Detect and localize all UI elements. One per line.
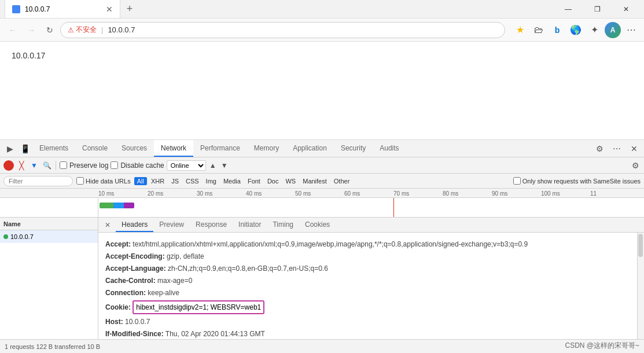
tab-elements[interactable]: Elements	[32, 140, 75, 157]
watermark: CSDN @这样的宋哥哥~	[565, 341, 639, 351]
filter-btn-other[interactable]: Other	[331, 177, 353, 185]
header-row-if-modified-since: If-Modified-Since: Thu, 02 Apr 2020 01:4…	[105, 329, 630, 339]
minimize-button[interactable]: —	[555, 0, 582, 19]
tab-sources[interactable]: Sources	[115, 140, 154, 157]
filter-btn-font[interactable]: Font	[245, 177, 263, 185]
samesite-checkbox[interactable]	[513, 177, 521, 185]
detail-tab-timing[interactable]: Timing	[267, 218, 299, 232]
clear-button[interactable]: ╳	[16, 160, 27, 171]
ruler-label-90ms: 90 ms	[492, 190, 507, 197]
request-list-header: Name	[0, 218, 98, 230]
settings-icon[interactable]: ⚙	[630, 160, 641, 171]
filter-btn-media[interactable]: Media	[220, 177, 244, 185]
filter-btn-css[interactable]: CSS	[183, 177, 202, 185]
timeline-waterfall-bar	[100, 203, 134, 208]
new-tab-button[interactable]: +	[120, 0, 139, 18]
samesite-label: Only show requests with SameSite issues	[522, 178, 641, 185]
detail-close-button[interactable]: ✕	[102, 219, 113, 231]
timeline-red-line	[393, 198, 394, 218]
search-button[interactable]: 🔍	[42, 160, 52, 171]
import-button[interactable]: ▲	[208, 161, 218, 170]
translate-icon[interactable]: 🌎	[568, 22, 584, 38]
page-text: 10.0.0.17	[12, 51, 45, 60]
detail-tab-response[interactable]: Response	[190, 218, 233, 232]
throttle-select[interactable]: Online Fast 3G Slow 3G Offline	[167, 160, 206, 171]
pin-extension-icon[interactable]: ✦	[586, 22, 602, 38]
detail-tab-preview[interactable]: Preview	[153, 218, 190, 232]
request-status-dot	[3, 234, 8, 239]
header-row-cookie: Cookie: hibext_instdsigdipv2=1; WEBSRV=w…	[105, 300, 630, 315]
record-button[interactable]	[3, 160, 14, 171]
detail-tabs: ✕ Headers Preview Response Initiator Tim…	[98, 218, 644, 233]
ruler-label-110ms: 11	[590, 190, 597, 197]
detail-scrollbar[interactable]	[637, 233, 644, 339]
disable-cache-group: Disable cache	[111, 161, 164, 170]
back-button[interactable]: ←	[5, 22, 21, 38]
detail-tab-headers[interactable]: Headers	[116, 218, 153, 232]
filter-btn-ws[interactable]: WS	[282, 177, 299, 185]
ruler-label-40ms: 40 ms	[246, 190, 262, 197]
tab-console[interactable]: Console	[75, 140, 115, 157]
tab-bar: 10.0.0.7 ✕ +	[5, 0, 555, 18]
forward-button[interactable]: →	[23, 22, 39, 38]
tab-audits[interactable]: Audits	[373, 140, 406, 157]
url-box[interactable]: ⚠ 不安全 | 10.0.0.7	[60, 22, 505, 38]
devtools-more-icon[interactable]: ⋯	[609, 141, 624, 156]
window-controls: — ❐ ✕	[555, 0, 639, 19]
filter-icon[interactable]: ▼	[29, 160, 39, 171]
header-row-host: Host: 10.0.0.7	[105, 317, 630, 327]
hide-data-urls-group: Hide data URLs	[76, 177, 131, 185]
filter-btn-js[interactable]: JS	[168, 177, 182, 185]
devtools-tab-bar: ▶ 📱 Elements Console Sources Network Per…	[0, 140, 644, 157]
tab-application[interactable]: Application	[286, 140, 334, 157]
filter-btn-all[interactable]: All	[134, 177, 147, 185]
disable-cache-checkbox[interactable]	[111, 161, 118, 169]
preserve-log-checkbox[interactable]	[60, 161, 67, 169]
timeline-ruler: 10 ms 20 ms 30 ms 40 ms 50 ms 60 ms 70 m…	[0, 189, 644, 198]
tab-memory[interactable]: Memory	[247, 140, 286, 157]
profile-avatar[interactable]: A	[605, 22, 621, 38]
active-tab[interactable]: 10.0.0.7 ✕	[5, 0, 120, 18]
filter-btn-xhr[interactable]: XHR	[148, 177, 167, 185]
header-row-cache-control: Cache-Control: max-age=0	[105, 275, 630, 286]
devtools-inspect-icon[interactable]: ▶	[2, 141, 17, 156]
tab-security[interactable]: Security	[334, 140, 373, 157]
tab-performance[interactable]: Performance	[193, 140, 247, 157]
tab-favicon	[12, 5, 20, 13]
tab-network[interactable]: Network	[154, 140, 193, 157]
favorites-icon[interactable]: ★	[512, 22, 528, 38]
tab-title: 10.0.0.7	[25, 5, 50, 13]
filter-btn-manifest[interactable]: Manifest	[300, 177, 330, 185]
maximize-button[interactable]: ❐	[584, 0, 610, 19]
filter-btn-img[interactable]: Img	[203, 177, 219, 185]
detail-panel: ✕ Headers Preview Response Initiator Tim…	[98, 218, 644, 339]
devtools-customize-icon[interactable]: ⚙	[592, 141, 607, 156]
request-item[interactable]: 10.0.0.7	[0, 230, 98, 243]
detail-tab-initiator[interactable]: Initiator	[233, 218, 267, 232]
filter-bar: Hide data URLs All XHR JS CSS Img Media …	[0, 174, 644, 189]
collections-icon[interactable]: 🗁	[531, 22, 547, 38]
title-bar: 10.0.0.7 ✕ + — ❐ ✕	[0, 0, 644, 19]
tab-close-button[interactable]: ✕	[106, 5, 113, 14]
bing-icon[interactable]: b	[549, 22, 565, 38]
detail-tab-cookies[interactable]: Cookies	[299, 218, 336, 232]
address-bar: ← → ↻ ⚠ 不安全 | 10.0.0.7 ★ 🗁 b 🌎 ✦ A ⋯	[0, 19, 644, 42]
scrollbar-thumb	[638, 234, 643, 257]
preserve-log-label: Preserve log	[69, 161, 108, 170]
devtools-device-icon[interactable]: 📱	[17, 141, 32, 156]
insecure-label: 不安全	[76, 25, 97, 35]
filter-input[interactable]	[3, 176, 73, 186]
hide-data-urls-label: Hide data URLs	[86, 178, 131, 185]
insecure-icon: ⚠	[68, 26, 74, 34]
refresh-button[interactable]: ↻	[42, 22, 58, 38]
main-area: Name 10.0.0.7 ✕ Headers Preview Response…	[0, 218, 644, 339]
filter-btn-doc[interactable]: Doc	[264, 177, 282, 185]
hide-data-urls-checkbox[interactable]	[76, 177, 84, 185]
export-button[interactable]: ▼	[220, 161, 229, 170]
timeline-content-row	[0, 198, 644, 218]
network-toolbar: ╳ ▼ 🔍 Preserve log Disable cache Online …	[0, 157, 644, 174]
close-button[interactable]: ✕	[613, 0, 639, 19]
more-options-icon[interactable]: ⋯	[623, 22, 639, 38]
header-row-accept-language: Accept-Language: zh-CN,zh;q=0.9,en;q=0.8…	[105, 263, 630, 274]
devtools-close-icon[interactable]: ✕	[627, 141, 642, 156]
